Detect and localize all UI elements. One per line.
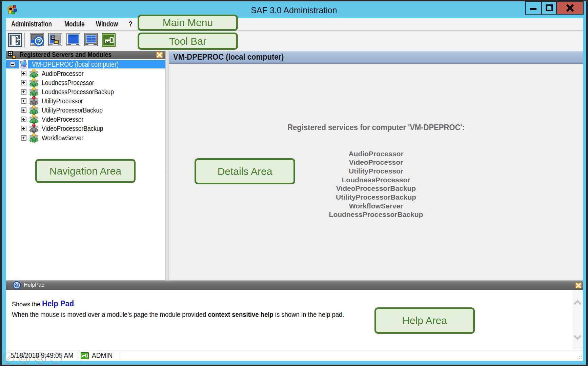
svg-text:?: ?: [15, 282, 18, 289]
svg-text:?: ?: [37, 38, 41, 45]
